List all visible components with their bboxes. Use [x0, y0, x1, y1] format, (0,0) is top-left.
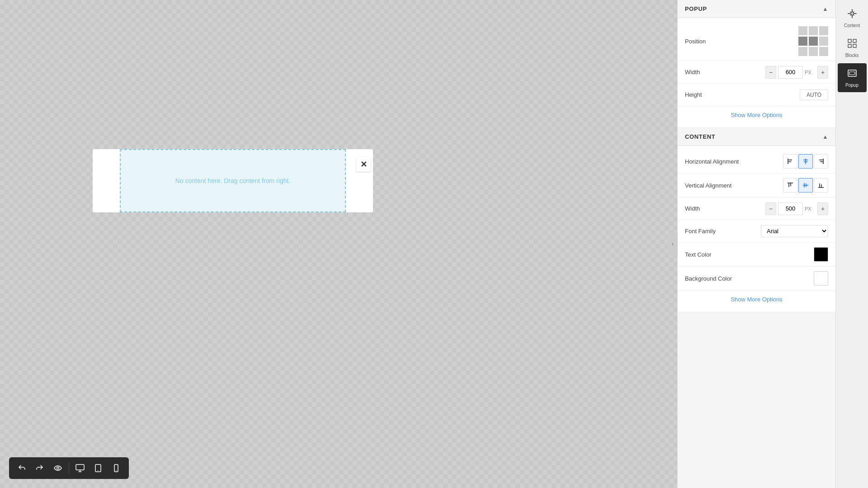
icon-panel-popup[interactable]: Popup: [838, 63, 867, 92]
svg-point-0: [57, 467, 59, 469]
pos-mid-center[interactable]: [809, 37, 818, 46]
right-panel: POPUP ▲ Position: [677, 0, 835, 488]
svg-rect-27: [848, 44, 851, 47]
pos-bot-right[interactable]: [819, 47, 828, 56]
svg-rect-8: [788, 161, 791, 162]
canvas-area: No content here. Drag content from right…: [0, 0, 677, 488]
content-width-input[interactable]: [778, 202, 803, 215]
content-width-input-group: − PX +: [765, 202, 828, 215]
v-align-controls: [783, 178, 828, 192]
svg-rect-16: [788, 183, 789, 187]
content-width-minus[interactable]: −: [765, 202, 776, 215]
content-section-header[interactable]: CONTENT ▲: [678, 128, 835, 146]
svg-rect-13: [819, 160, 823, 160]
v-align-top-btn[interactable]: [783, 178, 797, 192]
svg-rect-23: [821, 184, 822, 187]
popup-width-unit: PX: [805, 70, 816, 75]
popup-width-minus[interactable]: −: [765, 66, 776, 79]
svg-rect-11: [804, 161, 807, 162]
chevron-right-icon: ›: [672, 241, 674, 247]
popup-left-panel: [93, 149, 120, 212]
pos-bot-left[interactable]: [798, 47, 807, 56]
popup-height-label: Height: [685, 91, 702, 98]
content-section-content: Horizontal Alignment: [678, 146, 835, 312]
text-color-row: Text Color: [678, 243, 835, 267]
h-align-center-btn[interactable]: [798, 154, 813, 169]
undo-button[interactable]: [14, 461, 29, 475]
bg-color-controls: [814, 271, 828, 286]
bottom-toolbar: [9, 457, 129, 479]
h-align-label: Horizontal Alignment: [685, 158, 739, 165]
tablet-button[interactable]: [91, 461, 105, 475]
v-align-middle-btn[interactable]: [798, 178, 813, 192]
popup-chevron-icon: ▲: [822, 6, 828, 12]
v-align-row: Vertical Alignment: [678, 174, 835, 197]
font-family-row: Font Family Arial Georgia Times New Roma…: [678, 220, 835, 243]
blocks-panel-label: Blocks: [845, 53, 859, 58]
panel-collapse-handle[interactable]: ›: [668, 233, 678, 255]
popup-close-button[interactable]: ✕: [356, 157, 371, 172]
svg-rect-28: [853, 44, 856, 47]
pos-top-center[interactable]: [809, 26, 818, 35]
svg-point-5: [116, 470, 117, 471]
popup-width-input[interactable]: [778, 66, 803, 79]
bg-color-row: Background Color: [678, 267, 835, 291]
h-align-controls: [783, 154, 828, 169]
content-width-unit: PX: [805, 206, 816, 211]
desktop-button[interactable]: [73, 461, 87, 475]
svg-rect-17: [790, 183, 791, 186]
pos-mid-right[interactable]: [819, 37, 828, 46]
popup-section-header[interactable]: POPUP ▲: [678, 0, 835, 18]
popup-content-area[interactable]: No content here. Drag content from right…: [120, 149, 346, 212]
mobile-button[interactable]: [109, 461, 123, 475]
svg-rect-7: [788, 160, 792, 160]
bg-color-label: Background Color: [685, 275, 732, 282]
svg-rect-22: [819, 183, 820, 187]
h-align-right-btn[interactable]: [814, 154, 828, 169]
pos-bot-center[interactable]: [809, 47, 818, 56]
popup-width-plus[interactable]: +: [817, 66, 828, 79]
redo-button[interactable]: [33, 461, 47, 475]
position-grid: [798, 26, 828, 56]
blocks-icon: [847, 38, 858, 51]
icon-panel: Content Blocks Popup: [835, 0, 868, 488]
content-chevron-icon: ▲: [822, 134, 828, 140]
popup-widget: No content here. Drag content from right…: [93, 149, 373, 212]
content-width-plus[interactable]: +: [817, 202, 828, 215]
content-section: CONTENT ▲ Horizontal Alignment: [678, 128, 835, 312]
svg-rect-20: [806, 183, 807, 187]
icon-panel-content[interactable]: Content: [838, 4, 867, 33]
no-content-text: No content here. Drag content from right…: [175, 177, 290, 184]
pos-top-left[interactable]: [798, 26, 807, 35]
icon-panel-blocks[interactable]: Blocks: [838, 33, 867, 62]
v-align-label: Vertical Alignment: [685, 182, 731, 189]
text-color-label: Text Color: [685, 251, 712, 258]
bg-color-swatch[interactable]: [814, 271, 828, 286]
font-family-controls: Arial Georgia Times New Roman Helvetica …: [761, 225, 828, 237]
popup-height-row: Height AUTO: [678, 84, 835, 106]
popup-icon: [847, 68, 858, 81]
svg-rect-26: [853, 39, 856, 42]
toolbar-divider: [69, 463, 69, 474]
position-row: Position: [678, 22, 835, 61]
text-color-swatch[interactable]: [814, 247, 828, 262]
position-label: Position: [685, 38, 706, 45]
content-icon: [847, 8, 858, 21]
font-family-select[interactable]: Arial Georgia Times New Roman Helvetica …: [761, 225, 828, 237]
pos-top-right[interactable]: [819, 26, 828, 35]
preview-button[interactable]: [51, 461, 65, 475]
h-align-button-group: [783, 154, 828, 169]
pos-mid-left[interactable]: [798, 37, 807, 46]
h-align-left-btn[interactable]: [783, 154, 797, 169]
popup-show-more-link[interactable]: Show More Options: [678, 106, 835, 124]
v-align-bottom-btn[interactable]: [814, 178, 828, 192]
popup-panel-label: Popup: [845, 83, 859, 88]
font-family-label: Font Family: [685, 228, 716, 235]
svg-rect-25: [848, 39, 851, 42]
popup-width-label: Width: [685, 69, 700, 75]
svg-point-3: [98, 470, 99, 471]
content-show-more-link[interactable]: Show More Options: [678, 291, 835, 308]
popup-height-auto[interactable]: AUTO: [800, 89, 828, 100]
popup-width-controls: − PX +: [765, 66, 828, 79]
svg-rect-19: [804, 183, 805, 188]
